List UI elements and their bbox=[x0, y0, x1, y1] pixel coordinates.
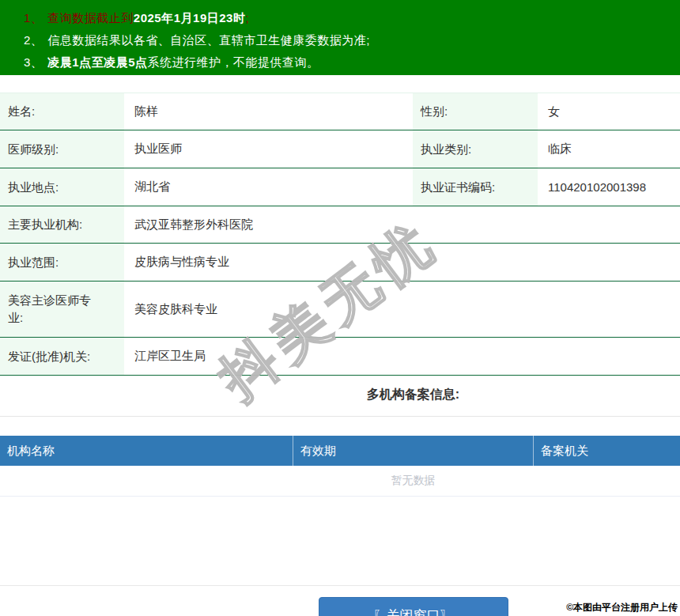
certificate-number-label: 执业证书编码: bbox=[413, 168, 538, 206]
cosmetic-specialty-label: 美容主诊医师专业: bbox=[0, 282, 124, 337]
notice-line-number: 3、 bbox=[24, 55, 47, 69]
notice-line-3: 3、凌晨1点至凌晨5点系统进行维护，不能提供查询。 bbox=[24, 51, 680, 74]
issuing-authority-value: 江岸区卫生局 bbox=[124, 338, 680, 375]
practice-location-label: 执业地点: bbox=[0, 168, 124, 206]
table-row: 执业范围: 皮肤病与性病专业 bbox=[0, 244, 680, 282]
table-row: 发证(批准)机关: 江岸区卫生局 bbox=[0, 338, 680, 376]
practitioner-info-table: 姓名: 陈样 性别: 女 医师级别: 执业医师 执业类别: 临床 执业地点: 湖… bbox=[0, 93, 680, 376]
certificate-number-value: 110420102001398 bbox=[538, 168, 680, 206]
close-window-button[interactable]: 〖关闭窗口〗 bbox=[319, 597, 508, 616]
section-divider bbox=[0, 416, 680, 417]
table-row: 医师级别: 执业医师 执业类别: 临床 bbox=[0, 130, 680, 168]
notice-line-number: 2、 bbox=[24, 33, 47, 47]
cosmetic-specialty-value: 美容皮肤科专业 bbox=[124, 282, 680, 337]
main-institution-label: 主要执业机构: bbox=[0, 206, 124, 243]
gender-label: 性别: bbox=[413, 93, 538, 130]
doctor-level-label: 医师级别: bbox=[0, 130, 124, 168]
name-value: 陈样 bbox=[124, 93, 413, 130]
doctor-level-value: 执业医师 bbox=[124, 130, 413, 168]
notice-line-2: 2、信息数据结果以各省、自治区、直辖市卫生健康委数据为准; bbox=[24, 29, 680, 51]
notice-text-post: 系统进行维护，不能提供查询。 bbox=[148, 55, 319, 69]
practice-category-value: 临床 bbox=[538, 130, 680, 168]
page-content: 1、查询数据截止到2025年1月19日23时; 2、信息数据结果以各省、自治区、… bbox=[0, 0, 680, 616]
table-row: 姓名: 陈样 性别: 女 bbox=[0, 93, 680, 130]
column-header-filing-authority: 备案机关 bbox=[533, 436, 680, 466]
query-result-page: 1、查询数据截止到2025年1月19日23时; 2、信息数据结果以各省、自治区、… bbox=[0, 0, 680, 616]
notice-text-post: ; bbox=[245, 11, 249, 25]
notice-maintenance-hours: 凌晨1点至凌晨5点 bbox=[47, 55, 147, 69]
practice-scope-value: 皮肤病与性病专业 bbox=[124, 244, 680, 281]
table-row: 美容主诊医师专业: 美容皮肤科专业 bbox=[0, 282, 680, 338]
multi-institution-filing-title: 多机构备案信息: bbox=[0, 387, 680, 402]
name-label: 姓名: bbox=[0, 93, 124, 130]
filing-table-header: 机构名称 有效期 备案机关 bbox=[0, 436, 680, 466]
notice-text: 信息数据结果以各省、自治区、直辖市卫生健康委数据为准; bbox=[47, 33, 370, 47]
upload-copyright-note: ©本图由平台注册用户上传 bbox=[566, 601, 678, 614]
main-institution-value: 武汉亚韩整形外科医院 bbox=[124, 206, 680, 243]
notice-line-1: 1、查询数据截止到2025年1月19日23时; bbox=[24, 7, 680, 29]
issuing-authority-label: 发证(批准)机关: bbox=[0, 338, 124, 375]
column-header-validity-period: 有效期 bbox=[293, 436, 533, 466]
notice-line-number: 1、 bbox=[24, 11, 47, 25]
notice-banner: 1、查询数据截止到2025年1月19日23时; 2、信息数据结果以各省、自治区、… bbox=[0, 0, 680, 75]
table-row: 执业地点: 湖北省 执业证书编码: 110420102001398 bbox=[0, 168, 680, 206]
practice-location-value: 湖北省 bbox=[124, 168, 413, 206]
practice-category-label: 执业类别: bbox=[413, 130, 538, 168]
practice-scope-label: 执业范围: bbox=[0, 244, 124, 281]
filing-table-empty-state: 暂无数据 bbox=[0, 466, 680, 497]
notice-text: 查询数据截止到 bbox=[47, 11, 134, 25]
notice-date: 2025年1月19日23时 bbox=[134, 11, 246, 25]
gender-value: 女 bbox=[538, 93, 680, 130]
column-header-institution-name: 机构名称 bbox=[0, 436, 293, 466]
table-row: 主要执业机构: 武汉亚韩整形外科医院 bbox=[0, 206, 680, 244]
spacer bbox=[0, 497, 680, 585]
